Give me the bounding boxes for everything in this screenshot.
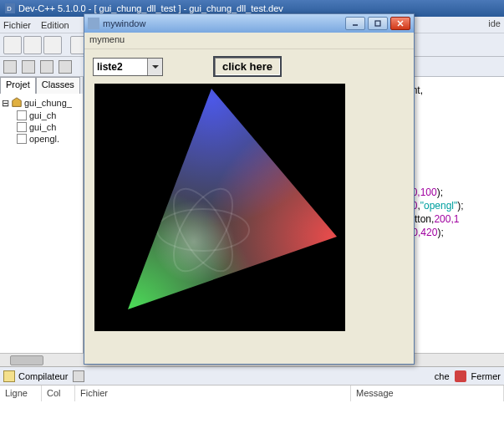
message-list-header: Ligne Col Fichier Message: [0, 385, 504, 401]
tree-root[interactable]: ⊟ gui_chung_: [2, 97, 81, 109]
col-ligne[interactable]: Ligne: [0, 385, 42, 401]
toolbar-small-button[interactable]: [3, 60, 17, 74]
popup-menu-label[interactable]: mymenu: [89, 34, 125, 44]
close-button[interactable]: [390, 17, 410, 30]
tree-item-label: gui_ch: [29, 122, 56, 132]
toolbar-small-button[interactable]: [40, 60, 53, 74]
popup-title-bar[interactable]: mywindow: [84, 14, 414, 33]
col-message[interactable]: Message: [351, 385, 504, 401]
project-panel: Projet Classes ⊟ gui_chung_ gui_ch gui_c…: [0, 77, 84, 353]
opengl-canvas: [94, 84, 345, 331]
app-icon: [88, 18, 99, 29]
tab-compilateur[interactable]: Compilateur: [18, 371, 68, 381]
tree-item-label: gui_ch: [29, 110, 56, 120]
tab-projet[interactable]: Projet: [0, 77, 36, 94]
menu-edition[interactable]: Edition: [41, 20, 69, 30]
popup-window-mywindow: mywindow mymenu click here: [84, 13, 415, 365]
bottom-tab-button[interactable]: [73, 370, 84, 382]
bottom-fragment-che: che: [435, 371, 450, 381]
bottom-tabs: Compilateur che Fermer: [0, 366, 504, 385]
chevron-down-icon[interactable]: [147, 59, 162, 75]
tree-item-label: opengl.: [29, 134, 59, 144]
tree-item[interactable]: gui_ch: [17, 122, 81, 132]
svg-text:D: D: [7, 5, 12, 13]
toolbar-button[interactable]: [3, 36, 22, 54]
minimize-button[interactable]: [345, 17, 365, 30]
popup-title: mywindow: [103, 18, 145, 28]
ide-title: Dev-C++ 5.1.0.0 - [ gui_chung_dll_test ]…: [18, 3, 283, 13]
toolbar-button[interactable]: [43, 36, 62, 54]
maximize-button[interactable]: [368, 17, 388, 30]
combo-input[interactable]: [94, 59, 147, 74]
toolbar-small-button[interactable]: [22, 60, 35, 74]
message-list[interactable]: [0, 401, 504, 434]
code-fragment: ent,: [406, 84, 499, 97]
svg-rect-4: [375, 21, 380, 26]
project-icon: [11, 97, 23, 109]
click-here-button[interactable]: click here: [213, 56, 282, 77]
toolbar-small-button[interactable]: [59, 60, 72, 74]
minus-icon[interactable]: ⊟: [2, 98, 9, 109]
tab-classes[interactable]: Classes: [36, 77, 80, 94]
tree-item[interactable]: gui_ch: [17, 110, 81, 120]
tree-item[interactable]: opengl.: [17, 134, 81, 144]
toolbar-button[interactable]: [23, 36, 42, 54]
devcpp-icon: D: [5, 3, 15, 13]
close-icon[interactable]: [455, 370, 466, 382]
code-fragment: l): [406, 97, 499, 110]
popup-menu-bar: mymenu: [84, 33, 414, 49]
svg-rect-2: [88, 18, 99, 29]
file-icon: [17, 122, 27, 132]
file-icon: [17, 110, 27, 120]
tree-root-label: gui_chung_: [24, 98, 72, 108]
compiler-icon: [3, 370, 15, 382]
liste-combo[interactable]: [93, 58, 163, 76]
menu-fichier[interactable]: Fichier: [3, 20, 31, 30]
col-col[interactable]: Col: [42, 385, 75, 401]
col-fichier[interactable]: Fichier: [75, 385, 351, 401]
fermer-button[interactable]: Fermer: [471, 371, 501, 381]
menu-aide-fragment[interactable]: ide: [488, 18, 501, 28]
project-tree: ⊟ gui_chung_ gui_ch gui_ch opengl.: [0, 94, 83, 147]
file-icon: [17, 134, 27, 144]
scrollbar-thumb[interactable]: [10, 355, 43, 365]
